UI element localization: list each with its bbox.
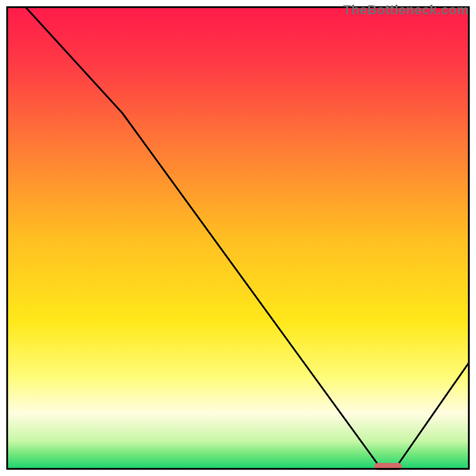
bottleneck-chart (0, 0, 476, 476)
chart-container: TheBottleneck.com (0, 0, 476, 476)
watermark-text: TheBottleneck.com (343, 2, 469, 18)
gradient-background (7, 7, 469, 469)
